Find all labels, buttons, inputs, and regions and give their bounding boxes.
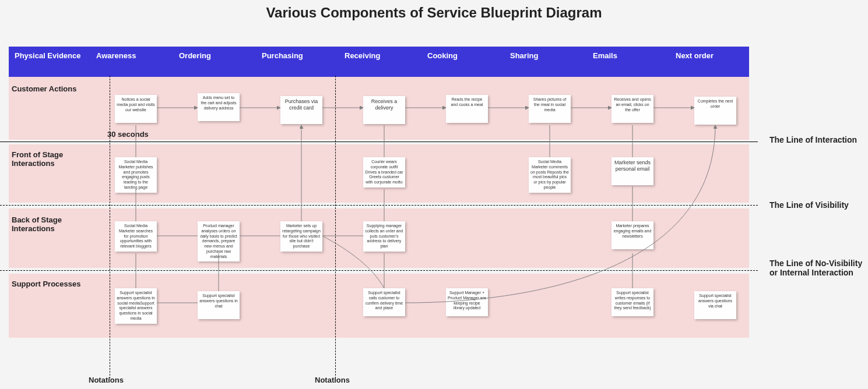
side-label-interaction: The Line of Interaction (769, 135, 863, 144)
header-row: Physical Evidence Awareness Ordering Pur… (9, 47, 749, 77)
note-s-receiving[interactable]: Support specialist calls customer to con… (363, 288, 405, 316)
note-c-cooking[interactable]: Reads the recipe and cooks a meal (446, 95, 488, 123)
note-c-next[interactable]: Completes the next order (694, 97, 736, 125)
line-of-visibility (0, 205, 758, 206)
note-b-purchasing[interactable]: Marketer sets up retargeting campaign fo… (280, 221, 322, 252)
note-c-emails[interactable]: Receives and opens an email, clicks on t… (612, 95, 653, 123)
header-purchasing: Purchasing (256, 47, 339, 77)
diagram-canvas[interactable]: Various Components of Service Blueprint … (0, 0, 868, 389)
row-label-support: Support Processes (12, 280, 87, 288)
note-s-next[interactable]: Support specialist answers questions via… (694, 291, 736, 319)
side-label-visibility: The Line of Visibility (769, 200, 863, 210)
header-receiving: Receiving (339, 47, 421, 77)
header-awareness: Awareness (90, 47, 173, 77)
note-b-ordering[interactable]: Product manager analyses orders on daily… (198, 221, 240, 261)
row-label-back: Back of Stage Interactions (12, 215, 87, 233)
note-s-awareness[interactable]: Support specialist answers questions in … (115, 288, 157, 324)
note-b-awareness[interactable]: Social Media Marketer searches for promo… (115, 221, 157, 252)
note-c-ordering[interactable]: Adds menu set to the cart and adjusts de… (198, 93, 240, 121)
notations-2: Notations (315, 376, 350, 384)
diagram-title: Various Components of Service Blueprint … (0, 5, 868, 21)
note-f-emails[interactable]: Marketer sends personal email (612, 157, 653, 185)
note-f-awareness[interactable]: Social Media Marketer publishes and prom… (115, 157, 157, 193)
note-c-purchasing[interactable]: Purchases via credit card (280, 96, 322, 124)
note-s-cooking[interactable]: Support Manager + Product Manager are ke… (446, 288, 488, 316)
side-label-novis: The Line of No-Visibility or Internal In… (769, 259, 863, 277)
note-b-receiving[interactable]: Supplying manager collects an order and … (363, 221, 405, 252)
note-c-awareness[interactable]: Notices a social media post and visits o… (115, 95, 157, 123)
header-cooking: Cooking (421, 47, 504, 77)
time-label: 30 seconds (107, 130, 149, 139)
header-emails: Emails (587, 47, 670, 77)
notations-1: Notations (89, 376, 124, 384)
note-b-emails[interactable]: Marketer prepares engaging emails and ne… (612, 221, 653, 249)
note-c-sharing[interactable]: Shares pictures of the meal in social me… (529, 95, 571, 123)
note-s-ordering[interactable]: Support specialist answers questions in … (198, 291, 240, 319)
header-ordering: Ordering (173, 47, 256, 77)
line-of-novis (0, 270, 758, 271)
row-label-customer: Customer Actions (12, 84, 87, 93)
header-sharing: Sharing (504, 47, 587, 77)
row-label-front: Front of Stage Interactions (12, 150, 87, 168)
header-physical: Physical Evidence (9, 47, 90, 77)
note-s-emails[interactable]: Support specialist writes responses to c… (612, 288, 653, 316)
line-of-interaction (0, 142, 758, 142)
note-c-receiving[interactable]: Receives a delivery (363, 96, 405, 124)
notation-line-1 (110, 76, 110, 379)
header-next: Next order (670, 47, 749, 77)
note-f-receiving[interactable]: Courier wears corporate outfit Drives a … (363, 157, 405, 188)
notation-line-2 (335, 76, 336, 379)
note-f-sharing[interactable]: Social Media Marketer comments on posts … (529, 157, 571, 193)
